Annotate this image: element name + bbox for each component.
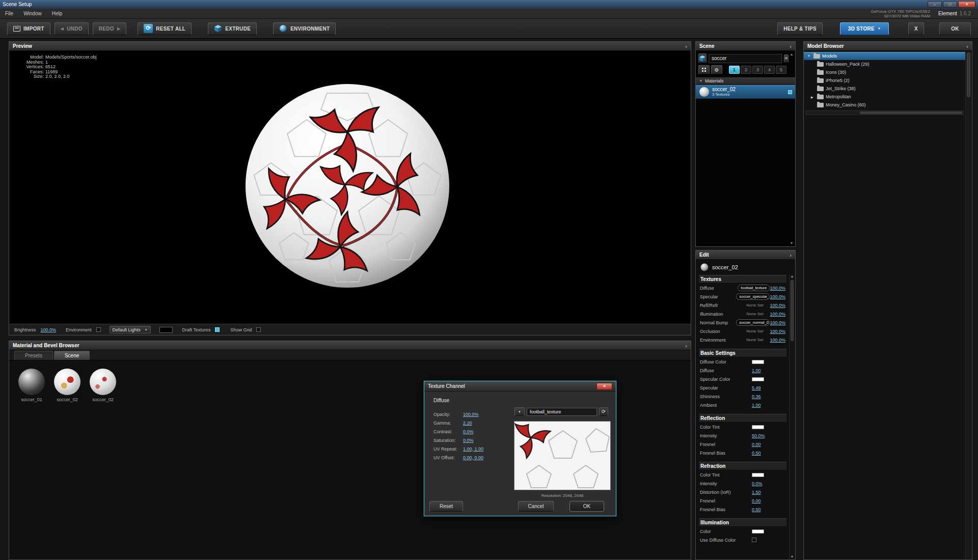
help-tips-button[interactable]: HELP & TIPS <box>777 22 823 35</box>
settings-button[interactable]: ⚙ <box>711 65 722 74</box>
diffuse-color-swatch[interactable] <box>752 360 764 364</box>
distortion-ior-value[interactable]: 1.50 <box>752 490 761 495</box>
specular-color-swatch[interactable] <box>752 377 764 381</box>
preview-viewport[interactable]: Model:Models/Sports/soccer.obj Meshes:1 … <box>9 51 691 324</box>
texture-none-set[interactable]: None Set <box>746 312 763 316</box>
dialog-cancel-button[interactable]: Cancel <box>518 501 554 512</box>
texture-percent[interactable]: 100.0% <box>770 320 785 325</box>
edit-scrollbar[interactable]: ▲ ▼ <box>789 274 795 559</box>
model-vertical-scrollbar[interactable] <box>965 51 971 559</box>
clear-search-button[interactable]: ✕ <box>784 54 789 63</box>
ok-button[interactable]: OK <box>939 22 971 35</box>
lights-dropdown[interactable]: Default Lights ▼ <box>110 326 151 333</box>
collapse-arrow-icon[interactable]: ▼ <box>807 54 811 58</box>
reset-all-button[interactable]: ⟳ RESET ALL <box>138 22 192 35</box>
texture-percent[interactable]: 100.0% <box>770 303 785 308</box>
cancel-x-button[interactable]: X <box>908 22 924 35</box>
tree-item-halloween-pack[interactable]: Halloween_Pack (29) <box>804 60 965 68</box>
brightness-value[interactable]: 100.0% <box>41 327 57 332</box>
texture-percent[interactable]: 100.0% <box>770 338 785 343</box>
diffuse-value[interactable]: 1.00 <box>752 368 761 373</box>
scroll-down-icon[interactable]: ▼ <box>789 241 794 245</box>
reflection-intensity-value[interactable]: 50.0% <box>752 433 765 438</box>
texture-none-set[interactable]: None Set <box>746 338 763 342</box>
scene-search-input[interactable] <box>709 54 782 63</box>
uv-repeat-value[interactable]: 1.00, 1.00 <box>463 446 483 452</box>
model-cube-button[interactable] <box>698 53 707 63</box>
environment-button[interactable]: ENVIRONMENT <box>273 22 336 35</box>
dialog-ok-button[interactable]: OK <box>569 501 604 512</box>
tree-item-metropolitan[interactable]: ▶ Metropolitan <box>804 93 965 101</box>
panel-collapse-icon[interactable]: › <box>685 43 687 49</box>
texture-percent[interactable]: 100.0% <box>770 329 785 334</box>
dialog-title-bar[interactable]: Texture Channel ✕ <box>424 381 616 391</box>
specular-value[interactable]: 5.49 <box>752 385 761 390</box>
scroll-up-icon[interactable]: ▲ <box>789 52 794 56</box>
redo-button[interactable]: REDO ▶ <box>93 22 127 35</box>
background-color-swatch[interactable] <box>159 327 173 333</box>
menu-window[interactable]: Window <box>18 11 47 16</box>
tree-item-icons[interactable]: Icons (30) <box>804 68 965 76</box>
reflection-fresnel-bias-value[interactable]: 0.50 <box>752 451 761 456</box>
tree-item-jet-strike[interactable]: Jet_Strike (38) <box>804 85 965 93</box>
material-thumb[interactable]: soccer_01 <box>17 369 46 402</box>
scroll-up-icon[interactable]: ▲ <box>790 274 795 278</box>
texture-percent[interactable]: 100.0% <box>770 294 785 299</box>
refraction-tint-swatch[interactable] <box>752 473 764 477</box>
tab-presets[interactable]: Presets <box>14 351 53 360</box>
saturation-value[interactable]: 0.0% <box>463 438 474 443</box>
texture-percent[interactable]: 100.0% <box>770 286 785 291</box>
scrollbar-thumb[interactable] <box>791 280 794 341</box>
group-icon-button[interactable] <box>698 65 710 74</box>
undo-button[interactable]: ◀ UNDO <box>55 22 89 35</box>
texture-dropdown-button[interactable]: ▼ <box>514 407 525 416</box>
panel-collapse-icon[interactable]: › <box>790 43 792 49</box>
scrollbar-thumb[interactable] <box>967 52 970 97</box>
extrude-button[interactable]: EXTRUDE <box>208 22 257 35</box>
opacity-value[interactable]: 100.0% <box>463 412 479 417</box>
store-button[interactable]: 3D STORE ▼ <box>840 22 889 35</box>
reflection-fresnel-value[interactable]: 0.00 <box>752 442 761 447</box>
scroll-down-icon[interactable]: ▼ <box>790 555 795 558</box>
texture-none-set[interactable]: None Set <box>746 303 763 307</box>
expand-arrow-icon[interactable]: ▶ <box>811 95 815 99</box>
menu-file[interactable]: File <box>0 11 18 16</box>
scrollbar-thumb[interactable] <box>860 111 962 114</box>
minimize-button[interactable]: – <box>928 1 942 8</box>
contrast-value[interactable]: 0.0% <box>463 429 474 434</box>
refresh-texture-button[interactable]: ⟳ <box>599 407 608 416</box>
tree-root-models[interactable]: ▼ Models <box>804 52 965 60</box>
texture-name-input[interactable] <box>527 408 597 416</box>
scene-material-item[interactable]: soccer_02 3 Textures <box>696 85 795 99</box>
use-diffuse-color-checkbox[interactable] <box>752 538 756 542</box>
gamma-value[interactable]: 2.20 <box>463 421 472 426</box>
texture-pill[interactable]: soccer_normal_01 <box>736 319 770 326</box>
group-4-button[interactable]: 4 <box>764 66 775 74</box>
model-horizontal-scrollbar[interactable] <box>806 110 964 115</box>
material-color-chip[interactable] <box>788 90 792 94</box>
menu-help[interactable]: Help <box>47 11 68 16</box>
show-grid-checkbox[interactable] <box>256 327 261 332</box>
materials-section-header[interactable]: ▼ Materials <box>696 77 795 85</box>
group-1-button[interactable]: 1 <box>729 66 740 74</box>
texture-percent[interactable]: 100.0% <box>770 312 785 317</box>
material-thumb[interactable]: soccer_02 <box>53 369 82 402</box>
uv-offset-value[interactable]: 0.00, 0.00 <box>463 455 483 460</box>
panel-collapse-icon[interactable]: › <box>685 343 687 349</box>
refraction-fresnel-bias-value[interactable]: 0.50 <box>752 507 761 512</box>
texture-pill[interactable]: football_texture <box>738 285 770 291</box>
close-window-button[interactable]: ✕ <box>958 1 975 8</box>
texture-pill[interactable]: soccer_specular_0 <box>736 293 770 300</box>
tree-item-iphone5[interactable]: iPhone5 (2) <box>804 76 965 85</box>
refraction-fresnel-value[interactable]: 0.00 <box>752 498 761 503</box>
environment-checkbox[interactable] <box>96 327 101 332</box>
group-5-button[interactable]: 5 <box>776 66 786 74</box>
refraction-intensity-value[interactable]: 0.0% <box>752 481 763 486</box>
maximize-button[interactable]: □ <box>943 1 957 8</box>
tree-item-money-casino[interactable]: Money_Casino (60) <box>804 101 965 109</box>
illumination-color-swatch[interactable] <box>752 529 764 534</box>
import-button[interactable]: IMPORT <box>7 22 50 35</box>
reflection-tint-swatch[interactable] <box>752 425 764 429</box>
tab-scene[interactable]: Scene <box>54 351 90 360</box>
panel-collapse-icon[interactable]: › <box>790 252 792 258</box>
